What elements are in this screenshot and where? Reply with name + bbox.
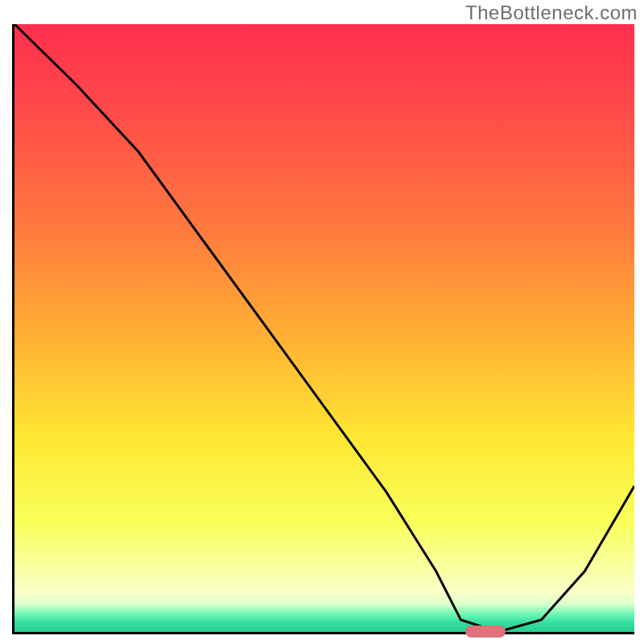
chart-container: TheBottleneck.com <box>0 0 644 644</box>
bottleneck-curve <box>14 24 634 632</box>
optimum-marker <box>465 625 506 638</box>
plot-area <box>12 24 634 634</box>
watermark-label: TheBottleneck.com <box>465 2 638 24</box>
